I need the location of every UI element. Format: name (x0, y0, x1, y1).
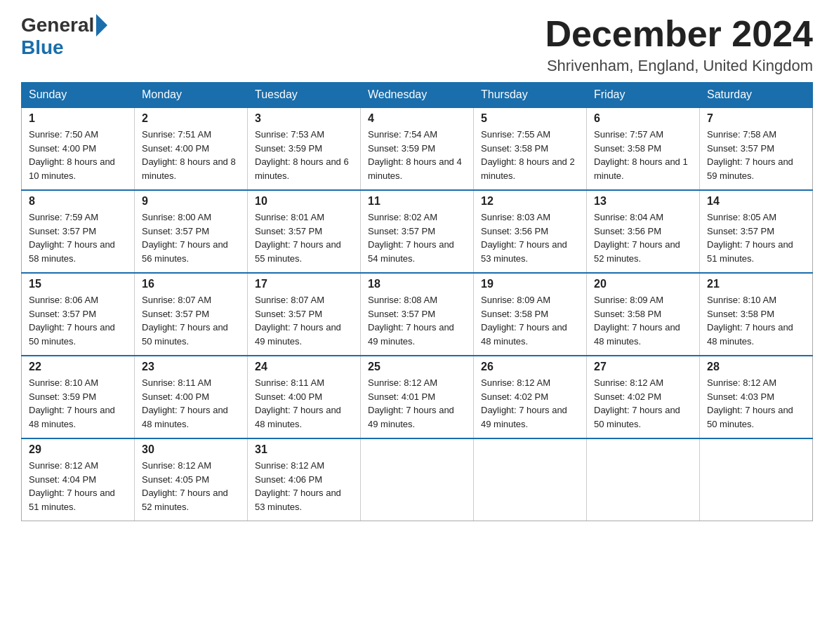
calendar-day-cell: 23 Sunrise: 8:11 AM Sunset: 4:00 PM Dayl… (135, 356, 248, 438)
calendar-day-cell: 2 Sunrise: 7:51 AM Sunset: 4:00 PM Dayli… (135, 107, 248, 190)
day-info: Sunrise: 7:53 AM Sunset: 3:59 PM Dayligh… (255, 128, 353, 182)
day-number: 22 (29, 361, 127, 373)
day-info: Sunrise: 7:59 AM Sunset: 3:57 PM Dayligh… (29, 210, 127, 265)
calendar-day-cell: 13 Sunrise: 8:04 AM Sunset: 3:56 PM Dayl… (587, 190, 700, 273)
location-subtitle: Shrivenham, England, United Kingdom (545, 57, 813, 75)
calendar-week-row: 8 Sunrise: 7:59 AM Sunset: 3:57 PM Dayli… (22, 190, 813, 273)
day-info: Sunrise: 8:08 AM Sunset: 3:57 PM Dayligh… (368, 293, 466, 348)
day-number: 14 (707, 195, 805, 208)
day-info: Sunrise: 7:51 AM Sunset: 4:00 PM Dayligh… (142, 128, 240, 182)
calendar-day-cell: 25 Sunrise: 8:12 AM Sunset: 4:01 PM Dayl… (361, 356, 474, 438)
day-number: 13 (594, 195, 692, 208)
calendar-day-cell (361, 438, 474, 521)
calendar-day-cell: 10 Sunrise: 8:01 AM Sunset: 3:57 PM Dayl… (248, 190, 361, 273)
day-info: Sunrise: 7:54 AM Sunset: 3:59 PM Dayligh… (368, 128, 466, 182)
day-info: Sunrise: 8:12 AM Sunset: 4:02 PM Dayligh… (594, 376, 692, 431)
day-number: 20 (594, 278, 692, 290)
day-info: Sunrise: 8:12 AM Sunset: 4:04 PM Dayligh… (29, 459, 127, 514)
calendar-day-cell: 14 Sunrise: 8:05 AM Sunset: 3:57 PM Dayl… (700, 190, 813, 273)
day-info: Sunrise: 8:07 AM Sunset: 3:57 PM Dayligh… (255, 293, 353, 348)
day-info: Sunrise: 8:09 AM Sunset: 3:58 PM Dayligh… (594, 293, 692, 348)
day-info: Sunrise: 8:03 AM Sunset: 3:56 PM Dayligh… (481, 210, 579, 265)
day-number: 17 (255, 278, 353, 290)
day-number: 12 (481, 195, 579, 208)
day-number: 28 (707, 361, 805, 373)
calendar-day-cell: 26 Sunrise: 8:12 AM Sunset: 4:02 PM Dayl… (474, 356, 587, 438)
calendar-weekday-wednesday: Wednesday (361, 83, 474, 108)
day-info: Sunrise: 8:12 AM Sunset: 4:06 PM Dayligh… (255, 459, 353, 514)
day-number: 3 (255, 112, 353, 125)
day-number: 29 (29, 443, 127, 456)
calendar-day-cell: 28 Sunrise: 8:12 AM Sunset: 4:03 PM Dayl… (700, 356, 813, 438)
day-number: 26 (481, 361, 579, 373)
day-info: Sunrise: 7:58 AM Sunset: 3:57 PM Dayligh… (707, 128, 805, 182)
calendar-day-cell: 3 Sunrise: 7:53 AM Sunset: 3:59 PM Dayli… (248, 107, 361, 190)
calendar-day-cell: 27 Sunrise: 8:12 AM Sunset: 4:02 PM Dayl… (587, 356, 700, 438)
calendar-weekday-friday: Friday (587, 83, 700, 108)
day-info: Sunrise: 8:01 AM Sunset: 3:57 PM Dayligh… (255, 210, 353, 265)
calendar-day-cell: 11 Sunrise: 8:02 AM Sunset: 3:57 PM Dayl… (361, 190, 474, 273)
day-number: 18 (368, 278, 466, 290)
calendar-day-cell: 17 Sunrise: 8:07 AM Sunset: 3:57 PM Dayl… (248, 273, 361, 356)
day-info: Sunrise: 8:09 AM Sunset: 3:58 PM Dayligh… (481, 293, 579, 348)
calendar-weekday-thursday: Thursday (474, 83, 587, 108)
calendar-week-row: 22 Sunrise: 8:10 AM Sunset: 3:59 PM Dayl… (22, 356, 813, 438)
calendar-week-row: 15 Sunrise: 8:06 AM Sunset: 3:57 PM Dayl… (22, 273, 813, 356)
day-number: 21 (707, 278, 805, 290)
logo: General Blue (21, 14, 110, 59)
calendar-day-cell: 1 Sunrise: 7:50 AM Sunset: 4:00 PM Dayli… (22, 107, 135, 190)
calendar-table: SundayMondayTuesdayWednesdayThursdayFrid… (21, 82, 813, 521)
day-number: 15 (29, 278, 127, 290)
day-number: 7 (707, 112, 805, 125)
calendar-week-row: 29 Sunrise: 8:12 AM Sunset: 4:04 PM Dayl… (22, 438, 813, 521)
calendar-day-cell: 24 Sunrise: 8:11 AM Sunset: 4:00 PM Dayl… (248, 356, 361, 438)
calendar-day-cell: 7 Sunrise: 7:58 AM Sunset: 3:57 PM Dayli… (700, 107, 813, 190)
calendar-day-cell: 15 Sunrise: 8:06 AM Sunset: 3:57 PM Dayl… (22, 273, 135, 356)
title-section: December 2024 Shrivenham, England, Unite… (545, 14, 813, 75)
calendar-day-cell (587, 438, 700, 521)
day-number: 4 (368, 112, 466, 125)
day-info: Sunrise: 8:02 AM Sunset: 3:57 PM Dayligh… (368, 210, 466, 265)
day-info: Sunrise: 7:50 AM Sunset: 4:00 PM Dayligh… (29, 128, 127, 182)
day-number: 11 (368, 195, 466, 208)
calendar-weekday-sunday: Sunday (22, 83, 135, 108)
day-info: Sunrise: 8:11 AM Sunset: 4:00 PM Dayligh… (255, 376, 353, 431)
calendar-weekday-tuesday: Tuesday (248, 83, 361, 108)
page-header: General Blue December 2024 Shrivenham, E… (21, 14, 813, 75)
day-info: Sunrise: 8:10 AM Sunset: 3:58 PM Dayligh… (707, 293, 805, 348)
day-info: Sunrise: 8:11 AM Sunset: 4:00 PM Dayligh… (142, 376, 240, 431)
day-number: 10 (255, 195, 353, 208)
calendar-day-cell: 18 Sunrise: 8:08 AM Sunset: 3:57 PM Dayl… (361, 273, 474, 356)
calendar-day-cell: 5 Sunrise: 7:55 AM Sunset: 3:58 PM Dayli… (474, 107, 587, 190)
day-number: 31 (255, 443, 353, 456)
day-number: 1 (29, 112, 127, 125)
day-info: Sunrise: 8:12 AM Sunset: 4:02 PM Dayligh… (481, 376, 579, 431)
calendar-weekday-saturday: Saturday (700, 83, 813, 108)
day-number: 25 (368, 361, 466, 373)
day-info: Sunrise: 8:04 AM Sunset: 3:56 PM Dayligh… (594, 210, 692, 265)
month-title: December 2024 (545, 14, 813, 54)
calendar-day-cell (474, 438, 587, 521)
calendar-day-cell: 29 Sunrise: 8:12 AM Sunset: 4:04 PM Dayl… (22, 438, 135, 521)
calendar-day-cell: 16 Sunrise: 8:07 AM Sunset: 3:57 PM Dayl… (135, 273, 248, 356)
day-number: 8 (29, 195, 127, 208)
calendar-day-cell: 19 Sunrise: 8:09 AM Sunset: 3:58 PM Dayl… (474, 273, 587, 356)
day-info: Sunrise: 8:10 AM Sunset: 3:59 PM Dayligh… (29, 376, 127, 431)
calendar-header-row: SundayMondayTuesdayWednesdayThursdayFrid… (22, 83, 813, 108)
calendar-weekday-monday: Monday (135, 83, 248, 108)
day-number: 9 (142, 195, 240, 208)
calendar-day-cell: 30 Sunrise: 8:12 AM Sunset: 4:05 PM Dayl… (135, 438, 248, 521)
day-info: Sunrise: 8:00 AM Sunset: 3:57 PM Dayligh… (142, 210, 240, 265)
day-number: 27 (594, 361, 692, 373)
day-number: 19 (481, 278, 579, 290)
day-info: Sunrise: 8:06 AM Sunset: 3:57 PM Dayligh… (29, 293, 127, 348)
day-info: Sunrise: 8:05 AM Sunset: 3:57 PM Dayligh… (707, 210, 805, 265)
day-number: 30 (142, 443, 240, 456)
day-info: Sunrise: 8:12 AM Sunset: 4:01 PM Dayligh… (368, 376, 466, 431)
day-number: 16 (142, 278, 240, 290)
calendar-day-cell: 31 Sunrise: 8:12 AM Sunset: 4:06 PM Dayl… (248, 438, 361, 521)
day-info: Sunrise: 8:12 AM Sunset: 4:03 PM Dayligh… (707, 376, 805, 431)
calendar-day-cell: 4 Sunrise: 7:54 AM Sunset: 3:59 PM Dayli… (361, 107, 474, 190)
day-number: 5 (481, 112, 579, 125)
calendar-day-cell: 12 Sunrise: 8:03 AM Sunset: 3:56 PM Dayl… (474, 190, 587, 273)
